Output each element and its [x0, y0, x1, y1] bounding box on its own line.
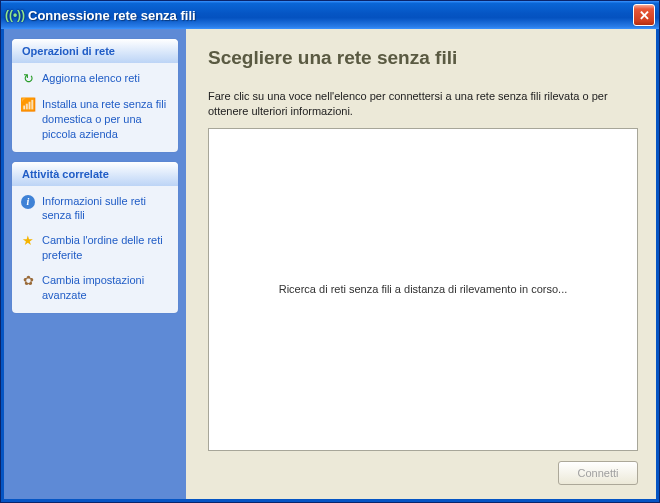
task-wireless-info[interactable]: i Informazioni sulle reti senza fili	[20, 194, 170, 224]
wireless-window: ((•)) Connessione rete senza fili ✕ Oper…	[0, 0, 660, 503]
task-label: Installa una rete senza fili domestica o…	[42, 97, 170, 142]
wireless-signal-icon: ((•))	[7, 7, 23, 23]
star-icon: ★	[20, 233, 36, 249]
task-label: Informazioni sulle reti senza fili	[42, 194, 170, 224]
task-advanced-settings[interactable]: ✿ Cambia impostazioni avanzate	[20, 273, 170, 303]
panel-body: i Informazioni sulle reti senza fili ★ C…	[12, 186, 178, 313]
task-change-order[interactable]: ★ Cambia l'ordine delle reti preferite	[20, 233, 170, 263]
network-list[interactable]: Ricerca di reti senza fili a distanza di…	[208, 128, 638, 451]
page-description: Fare clic su una voce nell'elenco per co…	[208, 89, 638, 120]
button-row: Connetti	[208, 461, 638, 485]
panel-header: Operazioni di rete	[12, 39, 178, 63]
task-label: Cambia impostazioni avanzate	[42, 273, 170, 303]
sidebar: Operazioni di rete ↻ Aggiorna elenco ret…	[4, 29, 186, 499]
task-label: Aggiorna elenco reti	[42, 71, 170, 86]
client-area: Operazioni di rete ↻ Aggiorna elenco ret…	[1, 29, 659, 502]
close-button[interactable]: ✕	[633, 4, 655, 26]
searching-status-text: Ricerca di reti senza fili a distanza di…	[279, 283, 568, 295]
main-content: Scegliere una rete senza fili Fare clic …	[186, 29, 656, 499]
panel-network-operations: Operazioni di rete ↻ Aggiorna elenco ret…	[12, 39, 178, 152]
task-setup-wireless[interactable]: 📶 Installa una rete senza fili domestica…	[20, 97, 170, 142]
page-title: Scegliere una rete senza fili	[208, 47, 638, 69]
task-refresh-networks[interactable]: ↻ Aggiorna elenco reti	[20, 71, 170, 87]
info-icon: i	[20, 194, 36, 210]
panel-header: Attività correlate	[12, 162, 178, 186]
task-label: Cambia l'ordine delle reti preferite	[42, 233, 170, 263]
window-title: Connessione rete senza fili	[28, 8, 629, 23]
gear-icon: ✿	[20, 273, 36, 289]
close-icon: ✕	[639, 8, 650, 23]
refresh-icon: ↻	[20, 71, 36, 87]
title-bar: ((•)) Connessione rete senza fili ✕	[1, 1, 659, 29]
panel-related-activities: Attività correlate i Informazioni sulle …	[12, 162, 178, 313]
connect-button[interactable]: Connetti	[558, 461, 638, 485]
panel-body: ↻ Aggiorna elenco reti 📶 Installa una re…	[12, 63, 178, 152]
antenna-icon: 📶	[20, 97, 36, 113]
